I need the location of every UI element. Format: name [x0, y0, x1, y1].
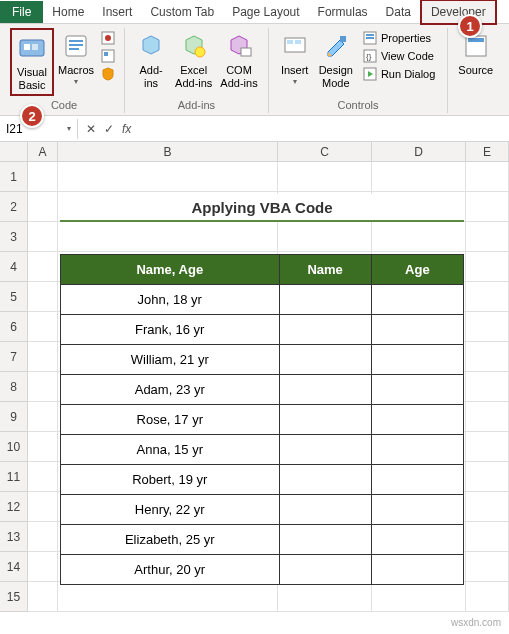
use-relative-refs-icon[interactable]	[100, 48, 116, 64]
cell-name_age[interactable]: Frank, 16 yr	[61, 315, 280, 345]
row-header[interactable]: 3	[0, 222, 28, 252]
ribbon-group-code: VisualBasic Macros ▾ Code	[4, 28, 125, 113]
row-header[interactable]: 8	[0, 372, 28, 402]
group-label-addins: Add-ins	[178, 97, 215, 113]
cell-name[interactable]	[279, 525, 371, 555]
select-all-corner[interactable]	[0, 142, 28, 161]
view-code-button[interactable]: {} View Code	[361, 48, 437, 64]
tab-formulas[interactable]: Formulas	[309, 1, 377, 23]
com-addins-icon	[223, 30, 255, 62]
cell-age[interactable]	[371, 555, 463, 585]
row-header[interactable]: 11	[0, 462, 28, 492]
svg-rect-21	[366, 37, 374, 39]
row-header[interactable]: 6	[0, 312, 28, 342]
table-row[interactable]: Frank, 16 yr	[61, 315, 464, 345]
tab-custom[interactable]: Custom Tab	[141, 1, 223, 23]
cell-age[interactable]	[371, 525, 463, 555]
insert-control-button[interactable]: Insert ▾	[275, 28, 315, 89]
col-header-A[interactable]: A	[28, 142, 58, 161]
row-header[interactable]: 12	[0, 492, 28, 522]
macros-button[interactable]: Macros ▾	[54, 28, 98, 89]
col-header-C[interactable]: C	[278, 142, 372, 161]
row-header[interactable]: 1	[0, 162, 28, 192]
cell-age[interactable]	[371, 345, 463, 375]
tab-page-layout[interactable]: Page Layout	[223, 1, 308, 23]
cell-name_age[interactable]: Elizabeth, 25 yr	[61, 525, 280, 555]
table-row[interactable]: Adam, 23 yr	[61, 375, 464, 405]
cell-name_age[interactable]: Robert, 19 yr	[61, 465, 280, 495]
row-headers: 1 2 3 4 5 6 7 8 9 10 11 12 13 14 15	[0, 162, 28, 612]
row-header[interactable]: 13	[0, 522, 28, 552]
cell-age[interactable]	[371, 465, 463, 495]
properties-button[interactable]: Properties	[361, 30, 437, 46]
addins-button[interactable]: Add-ins	[131, 28, 171, 92]
table-row[interactable]: Henry, 22 yr	[61, 495, 464, 525]
table-row[interactable]: Robert, 19 yr	[61, 465, 464, 495]
run-dialog-icon	[363, 67, 377, 81]
tab-home[interactable]: Home	[43, 1, 93, 23]
table-row[interactable]: Anna, 15 yr	[61, 435, 464, 465]
macro-security-icon[interactable]	[100, 66, 116, 82]
cell-name[interactable]	[279, 405, 371, 435]
cell-name[interactable]	[279, 285, 371, 315]
cell-age[interactable]	[371, 495, 463, 525]
excel-addins-button[interactable]: ExcelAdd-ins	[171, 28, 216, 92]
row-header[interactable]: 15	[0, 582, 28, 612]
cell-name_age[interactable]: John, 18 yr	[61, 285, 280, 315]
macros-label: Macros	[58, 64, 94, 77]
cell-name_age[interactable]: Henry, 22 yr	[61, 495, 280, 525]
table-row[interactable]: John, 18 yr	[61, 285, 464, 315]
row-header[interactable]: 10	[0, 432, 28, 462]
cell-grid[interactable]: Applying VBA Code Name, Age Name Age Joh…	[28, 162, 509, 612]
cell-name[interactable]	[279, 375, 371, 405]
chevron-down-icon[interactable]: ▾	[67, 124, 71, 133]
design-mode-button[interactable]: DesignMode	[315, 28, 357, 92]
record-macro-icon[interactable]	[100, 30, 116, 46]
cell-age[interactable]	[371, 285, 463, 315]
cancel-icon[interactable]: ✕	[86, 122, 96, 136]
row-header[interactable]: 2	[0, 192, 28, 222]
cell-name_age[interactable]: Adam, 23 yr	[61, 375, 280, 405]
cell-name[interactable]	[279, 315, 371, 345]
tab-file[interactable]: File	[0, 1, 43, 23]
row-header[interactable]: 9	[0, 402, 28, 432]
cell-name[interactable]	[279, 345, 371, 375]
col-header-E[interactable]: E	[466, 142, 509, 161]
table-row[interactable]: Arthur, 20 yr	[61, 555, 464, 585]
table-row[interactable]: Elizabeth, 25 yr	[61, 525, 464, 555]
cell-age[interactable]	[371, 435, 463, 465]
row-header[interactable]: 5	[0, 282, 28, 312]
cell-name[interactable]	[279, 495, 371, 525]
table-row[interactable]: Rose, 17 yr	[61, 405, 464, 435]
cell-age[interactable]	[371, 405, 463, 435]
svg-text:{}: {}	[366, 52, 372, 61]
insert-control-icon	[279, 30, 311, 62]
cell-age[interactable]	[371, 315, 463, 345]
cell-age[interactable]	[371, 375, 463, 405]
cell-name[interactable]	[279, 555, 371, 585]
svg-rect-14	[241, 48, 251, 56]
cell-name_age[interactable]: William, 21 yr	[61, 345, 280, 375]
cell-name[interactable]	[279, 465, 371, 495]
cell-name_age[interactable]: Rose, 17 yr	[61, 405, 280, 435]
th-name: Name	[279, 255, 371, 285]
fx-button[interactable]: fx	[122, 122, 131, 136]
row-header[interactable]: 4	[0, 252, 28, 282]
com-addins-button[interactable]: COMAdd-ins	[216, 28, 261, 92]
cell-name_age[interactable]: Anna, 15 yr	[61, 435, 280, 465]
row-header[interactable]: 7	[0, 342, 28, 372]
svg-rect-4	[69, 44, 83, 46]
visual-basic-button[interactable]: VisualBasic	[10, 28, 54, 96]
table-row[interactable]: William, 21 yr	[61, 345, 464, 375]
tab-data[interactable]: Data	[377, 1, 420, 23]
cell-name_age[interactable]: Arthur, 20 yr	[61, 555, 280, 585]
cell-name[interactable]	[279, 435, 371, 465]
tab-insert[interactable]: Insert	[93, 1, 141, 23]
col-header-D[interactable]: D	[372, 142, 466, 161]
row-header[interactable]: 14	[0, 552, 28, 582]
enter-icon[interactable]: ✓	[104, 122, 114, 136]
code-group-side-buttons	[98, 28, 118, 84]
run-dialog-button[interactable]: Run Dialog	[361, 66, 437, 82]
fx-label: fx	[122, 122, 131, 136]
col-header-B[interactable]: B	[58, 142, 278, 161]
